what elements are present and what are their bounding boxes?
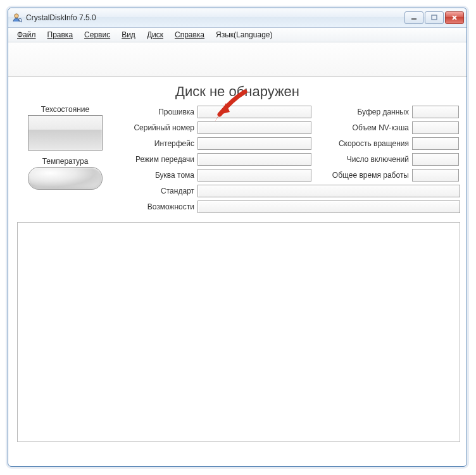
smart-attributes-list	[17, 222, 460, 442]
disk-tab-strip	[8, 42, 467, 77]
label-power-on-hours: Общее время работы	[311, 171, 412, 180]
label-transfer: Режим передачи	[113, 155, 197, 164]
label-power-on-count: Число включений	[311, 155, 412, 164]
window-title: CrystalDiskInfo 7.5.0	[26, 13, 404, 22]
window-frame: CrystalDiskInfo 7.5.0 Файл Правка Сервис…	[8, 8, 467, 467]
health-status-box	[28, 115, 103, 151]
value-transfer	[197, 153, 311, 166]
svg-rect-4	[432, 15, 437, 20]
value-drive-letter	[197, 169, 311, 182]
label-features: Возможности	[113, 202, 197, 211]
menu-bar: Файл Правка Сервис Вид Диск Справка Язык…	[8, 28, 467, 42]
health-label: Техсостояние	[17, 105, 113, 115]
svg-line-2	[21, 21, 22, 22]
info-area: Техсостояние Температура Прошивка Буфер …	[8, 104, 467, 218]
value-features	[197, 200, 460, 213]
menu-file[interactable]: Файл	[12, 30, 41, 40]
label-firmware: Прошивка	[113, 108, 197, 116]
label-standard: Стандарт	[113, 187, 197, 195]
temperature-block: Температура	[17, 157, 113, 190]
window-controls	[404, 11, 464, 24]
temperature-label: Температура	[17, 157, 113, 167]
disk-not-found-title: Диск не обнаружен	[8, 77, 467, 104]
value-nv-cache	[412, 121, 459, 134]
fields-column: Прошивка Буфер данных Серийный номер Объ…	[113, 105, 460, 216]
menu-edit[interactable]: Правка	[42, 30, 78, 40]
menu-help[interactable]: Справка	[170, 30, 210, 40]
temperature-pill	[28, 167, 103, 190]
value-power-on-hours	[412, 169, 459, 182]
label-serial: Серийный номер	[113, 123, 197, 132]
menu-view[interactable]: Вид	[116, 30, 141, 40]
title-bar: CrystalDiskInfo 7.5.0	[8, 8, 467, 28]
value-rotation	[412, 137, 459, 150]
side-column: Техсостояние Температура	[17, 105, 113, 216]
label-nv-cache: Объем NV-кэша	[311, 123, 412, 132]
menu-language[interactable]: Язык(Language)	[211, 30, 277, 40]
maximize-button[interactable]	[425, 11, 444, 24]
minimize-button[interactable]	[404, 11, 423, 24]
value-power-on-count	[412, 153, 459, 166]
svg-point-0	[15, 14, 18, 18]
label-drive-letter: Буква тома	[113, 171, 197, 180]
app-icon	[12, 13, 22, 23]
value-interface	[197, 137, 311, 150]
content-area: Диск не обнаружен Техсостояние Температу…	[8, 42, 467, 442]
value-serial	[197, 121, 311, 134]
value-buffer	[412, 106, 459, 118]
close-button[interactable]	[445, 11, 464, 24]
menu-disk[interactable]: Диск	[142, 30, 168, 40]
label-interface: Интерфейс	[113, 139, 197, 148]
value-firmware	[197, 106, 311, 118]
value-standard	[197, 185, 460, 197]
label-rotation: Скорость вращения	[311, 139, 412, 148]
menu-service[interactable]: Сервис	[79, 30, 115, 40]
health-block: Техсостояние	[17, 105, 113, 151]
label-buffer: Буфер данных	[311, 108, 412, 116]
